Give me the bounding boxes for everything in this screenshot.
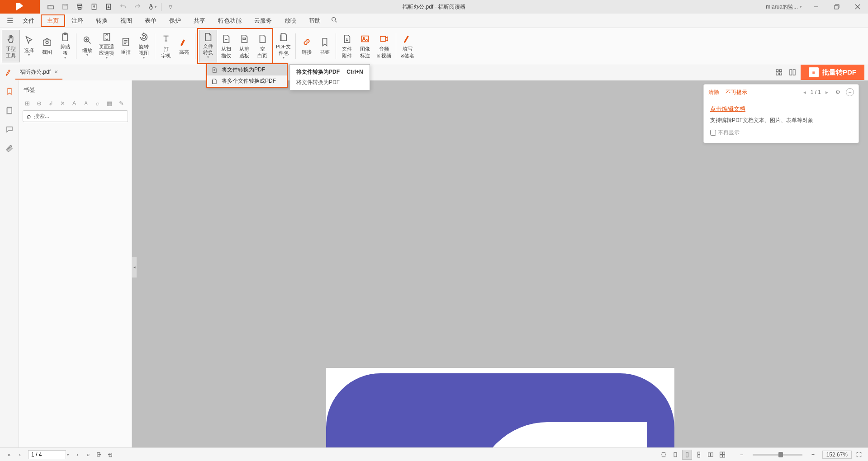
prev-page-icon[interactable]: ‹ [14,449,25,460]
list-view-icon[interactable] [787,67,798,78]
app-logo[interactable] [0,0,40,14]
fill-sign-button[interactable]: 填写 &签名 [398,30,417,62]
page-down-icon[interactable] [101,0,116,14]
bookmark-edit-icon[interactable]: ✎ [117,99,126,108]
bookmark-search-box[interactable]: ⌕ [23,110,128,122]
menu-cloud[interactable]: 云服务 [248,14,278,27]
next-page-icon[interactable]: › [72,449,83,460]
highlight-button[interactable]: 高亮 [175,30,193,62]
document-tab[interactable]: 福昕办公.pdf × [15,66,62,80]
bookmark-wrap-icon[interactable]: ↲ [46,99,55,108]
menu-home[interactable]: 主页 [41,14,65,27]
bookmark-fontsmall-icon[interactable]: A [81,99,90,108]
menu-convert[interactable]: 转换 [90,14,114,27]
image-annotation-button[interactable]: 图像 标注 [356,30,374,62]
collapse-panel-icon[interactable]: ◂ [132,257,137,278]
save-icon[interactable] [58,0,72,14]
fit-button[interactable]: 页面适 应选项▾ [96,30,117,62]
zoom-button[interactable]: 缩放▾ [78,30,96,62]
page-dropdown-icon[interactable]: ▾ [67,452,69,457]
menu-share[interactable]: 共享 [187,14,212,27]
page-back-icon[interactable] [94,449,104,460]
open-icon[interactable] [43,0,58,14]
hint-prev-icon[interactable]: ◂ [803,89,806,95]
hand-tool-button[interactable]: 手型 工具 [2,30,20,62]
bookmark-delete-icon[interactable]: ✕ [58,99,67,108]
facing-continuous-icon[interactable] [717,450,727,460]
hint-clear-button[interactable]: 清除 [708,89,719,96]
attachments-tab-icon[interactable] [4,143,15,154]
fit-width-icon[interactable] [659,450,669,460]
grid-view-icon[interactable] [773,67,784,78]
zoom-slider[interactable] [753,454,802,456]
convert-multi-file-item[interactable]: 将多个文件转换成PDF [207,75,287,87]
menu-help[interactable]: 帮助 [303,14,327,27]
close-tab-icon[interactable]: × [54,68,58,75]
menu-special[interactable]: 特色功能 [212,14,248,27]
bookmark-tab-icon[interactable] [4,86,15,97]
file-convert-button[interactable]: 文件 转换▾ [199,30,217,62]
fullscreen-icon[interactable] [854,449,864,460]
collapse-hint-icon[interactable]: − [846,88,854,96]
zoom-out-icon[interactable]: − [736,449,747,460]
reflow-button[interactable]: 重排 [117,30,135,62]
snapshot-button[interactable]: 截图 [38,30,56,62]
continuous-icon[interactable] [694,450,704,460]
page-fwd-icon[interactable] [104,449,115,460]
zoom-in-icon[interactable]: + [808,449,819,460]
print-icon[interactable] [72,0,87,14]
minimize-button[interactable] [806,0,826,14]
convert-single-file-item[interactable]: 将文件转换为PDF [207,64,287,75]
hint-noremind-button[interactable]: 不再提示 [726,89,747,96]
menu-file[interactable]: 文件 [16,14,41,27]
clipboard-button[interactable]: 剪贴 板▾ [56,30,74,62]
hint-next-icon[interactable]: ▸ [825,89,828,95]
search-icon[interactable] [331,16,338,25]
typewriter-button[interactable]: 打 字机 [157,30,175,62]
hint-edit-link[interactable]: 点击编辑文档 [710,105,745,112]
bookmark-button[interactable]: 书签 [316,30,334,62]
pdf-package-button[interactable]: PDF文 件包▾ [273,30,294,62]
select-button[interactable]: 选择▾ [20,30,38,62]
fit-page-icon[interactable] [670,450,680,460]
bookmark-font-icon[interactable]: A [70,99,79,108]
comments-tab-icon[interactable] [4,124,15,135]
facing-icon[interactable] [706,450,716,460]
close-button[interactable] [847,0,868,14]
scanner-button[interactable]: 从扫 描仪 [217,30,235,62]
expand-all-icon[interactable]: ⊞ [23,99,32,108]
zoom-value[interactable]: 152.67% [822,451,852,459]
add-bookmark-icon[interactable]: ⊕ [34,99,43,108]
gear-icon[interactable]: ⚙ [835,89,840,95]
touch-icon[interactable]: ▾ [145,0,159,14]
redo-icon[interactable] [130,0,145,14]
menu-view[interactable]: 视图 [114,14,138,27]
menu-hamburger-icon[interactable]: ☰ [5,16,14,25]
maximize-button[interactable] [826,0,847,14]
first-page-icon[interactable]: « [4,449,14,460]
menu-protect[interactable]: 保护 [163,14,187,27]
single-page-icon[interactable] [682,450,692,460]
page-up-icon[interactable] [87,0,101,14]
link-button[interactable]: 链接 [298,30,316,62]
hint-dont-show-checkbox[interactable]: 不再显示 [710,129,852,136]
blank-page-button[interactable]: 空 白页 [253,30,271,62]
last-page-icon[interactable]: » [83,449,94,460]
rotate-button[interactable]: 旋转 视图▾ [135,30,153,62]
user-account[interactable]: miarua的监...▾ [762,3,806,11]
batch-convert-button[interactable]: ≡ 批量转PDF [801,65,864,80]
menu-presentation[interactable]: 放映 [278,14,303,27]
page-number-input[interactable] [28,450,66,459]
menu-form[interactable]: 表单 [138,14,163,27]
edit-mode-icon[interactable] [3,69,15,76]
undo-icon[interactable] [116,0,130,14]
from-clipboard-button[interactable]: 从剪 贴板 [235,30,253,62]
menu-annotate[interactable]: 注释 [65,14,90,27]
bookmark-search-icon[interactable]: ⌕ [93,99,102,108]
pages-tab-icon[interactable] [4,105,15,116]
attachment-button[interactable]: 文件 附件 [338,30,356,62]
qat-customize-icon[interactable]: ▽ [163,0,178,14]
bookmark-search-input[interactable] [34,113,124,119]
audio-video-button[interactable]: 音频 & 视频 [374,30,394,62]
bookmark-filter-icon[interactable]: ▦ [105,99,114,108]
